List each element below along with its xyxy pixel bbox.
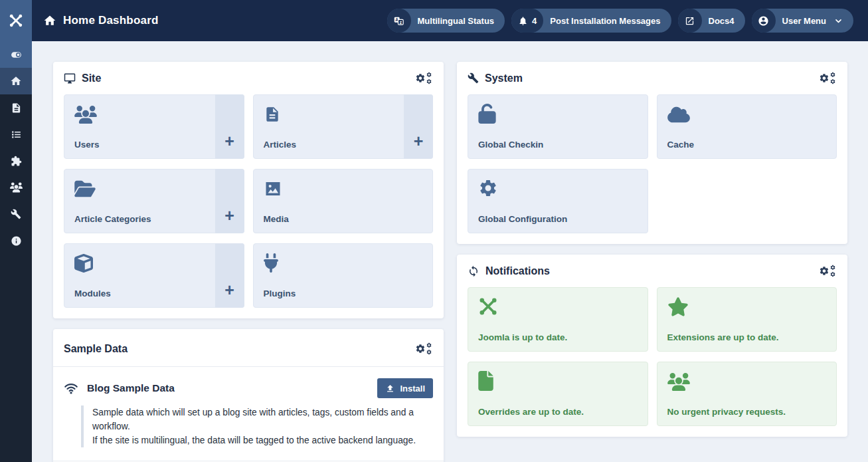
file-icon bbox=[478, 371, 638, 391]
notification-card-privacy[interactable]: No urgent privacy requests. bbox=[657, 362, 837, 426]
sample-data-panel: Sample Data Blog Sample Data Install Sam… bbox=[53, 329, 444, 462]
article-icon bbox=[11, 102, 22, 114]
sidebar-item-users[interactable] bbox=[0, 174, 32, 201]
toggle-icon bbox=[10, 49, 23, 61]
add-module-button[interactable]: + bbox=[215, 243, 244, 308]
sidebar-item-home[interactable] bbox=[0, 68, 32, 94]
users-icon bbox=[10, 182, 23, 193]
image-icon bbox=[264, 178, 423, 198]
header-bar: Home Dashboard Multilingual Status 4 Pos… bbox=[0, 0, 868, 41]
joomla-icon bbox=[478, 296, 638, 316]
add-category-button[interactable]: + bbox=[215, 169, 244, 233]
quick-card-users[interactable]: Users + bbox=[64, 94, 244, 159]
quick-card-global-checkin[interactable]: Global Checkin bbox=[468, 94, 648, 159]
sidebar-item-system[interactable] bbox=[0, 201, 32, 227]
quick-card-article-categories[interactable]: Article Categories + bbox=[64, 169, 244, 233]
blog-sample-data-title: Blog Sample Data bbox=[87, 382, 175, 394]
joomla-logo[interactable] bbox=[0, 0, 32, 41]
wrench-icon bbox=[11, 209, 21, 219]
system-settings-button[interactable] bbox=[819, 72, 837, 84]
sidebar bbox=[0, 41, 32, 462]
puzzle-icon bbox=[11, 156, 22, 167]
post-installation-messages-button[interactable]: 4 Post Installation Messages bbox=[511, 9, 671, 33]
quick-card-modules[interactable]: Modules + bbox=[64, 243, 244, 308]
sidebar-item-content[interactable] bbox=[0, 94, 32, 121]
upload-icon bbox=[385, 384, 395, 394]
users-icon bbox=[74, 104, 234, 124]
panel-title: Notifications bbox=[485, 265, 550, 277]
desktop-icon bbox=[64, 72, 76, 84]
install-button[interactable]: Install bbox=[377, 378, 433, 398]
left-column: Site Users + Articles + Article Categori… bbox=[53, 62, 444, 462]
sidebar-item-help[interactable] bbox=[0, 227, 32, 254]
main-content: Site Users + Articles + Article Categori… bbox=[32, 41, 868, 462]
system-card-grid: Global Checkin Cache Global Configuratio… bbox=[457, 93, 847, 244]
sample-data-settings-button[interactable] bbox=[415, 342, 433, 355]
sidebar-item-toggle-menu[interactable] bbox=[0, 41, 32, 68]
notification-card-overrides[interactable]: Overrides are up to date. bbox=[468, 362, 648, 426]
quick-card-plugins[interactable]: Plugins bbox=[253, 243, 434, 308]
gear-icon bbox=[478, 178, 638, 198]
quick-card-articles[interactable]: Articles + bbox=[253, 94, 434, 159]
bell-icon bbox=[518, 16, 528, 26]
messages-count-badge: 4 bbox=[532, 16, 537, 26]
breadcrumb: Home Dashboard bbox=[43, 14, 159, 27]
sync-icon bbox=[468, 265, 479, 277]
site-panel: Site Users + Articles + Article Categori… bbox=[53, 62, 444, 318]
sample-data-description: Sample data which will set up a blog sit… bbox=[81, 405, 433, 447]
plug-icon bbox=[264, 253, 423, 273]
blog-sample-data-section: Blog Sample Data Install Sample data whi… bbox=[53, 367, 444, 461]
users-icon bbox=[667, 371, 827, 391]
folder-open-icon bbox=[74, 178, 234, 198]
joomla-icon bbox=[9, 13, 23, 28]
site-panel-header: Site bbox=[53, 62, 444, 93]
info-icon bbox=[11, 235, 22, 247]
notifications-panel: Notifications Joomla is up to date. Exte… bbox=[457, 255, 847, 437]
cogs-icon bbox=[415, 342, 433, 355]
system-panel-header: System bbox=[457, 62, 847, 93]
sidebar-item-menus[interactable] bbox=[0, 121, 32, 148]
notifications-settings-button[interactable] bbox=[819, 265, 837, 277]
quick-card-media[interactable]: Media bbox=[253, 169, 434, 233]
notifications-card-grid: Joomla is up to date. Extensions are up … bbox=[457, 286, 847, 437]
chevron-down-icon bbox=[834, 17, 843, 25]
unlock-icon bbox=[478, 104, 638, 124]
sidebar-item-components[interactable] bbox=[0, 148, 32, 174]
list-icon bbox=[11, 129, 22, 140]
quick-card-global-configuration[interactable]: Global Configuration bbox=[468, 169, 648, 233]
notification-card-extensions[interactable]: Extensions are up to date. bbox=[657, 287, 837, 352]
blog-sample-data-head: Blog Sample Data Install bbox=[64, 378, 433, 398]
quick-card-cache[interactable]: Cache bbox=[657, 94, 837, 159]
sample-data-header: Sample Data bbox=[53, 329, 444, 367]
star-icon bbox=[667, 296, 827, 316]
system-panel: System Global Checkin Cache Global Confi… bbox=[457, 62, 847, 244]
site-card-grid: Users + Articles + Article Categories + … bbox=[53, 93, 444, 318]
multilingual-status-button[interactable]: Multilingual Status bbox=[387, 9, 505, 33]
cogs-icon bbox=[819, 72, 837, 84]
cube-icon bbox=[74, 253, 234, 273]
cogs-icon bbox=[819, 265, 837, 277]
panel-title: System bbox=[485, 72, 523, 84]
user-menu-button[interactable]: User Menu bbox=[752, 9, 853, 33]
notifications-panel-header: Notifications bbox=[457, 255, 847, 286]
wrench-icon bbox=[468, 72, 479, 84]
page-title: Home Dashboard bbox=[63, 14, 159, 27]
add-article-button[interactable]: + bbox=[404, 94, 433, 159]
header-actions: Multilingual Status 4 Post Installation … bbox=[387, 9, 853, 33]
home-icon bbox=[43, 14, 56, 27]
cogs-icon bbox=[415, 72, 433, 84]
panel-title: Site bbox=[82, 72, 101, 84]
right-column: System Global Checkin Cache Global Confi… bbox=[457, 62, 847, 447]
site-settings-button[interactable] bbox=[415, 72, 433, 84]
notification-card-joomla-update[interactable]: Joomla is up to date. bbox=[468, 287, 648, 352]
docs-button[interactable]: Docs4 bbox=[678, 9, 745, 33]
user-circle-icon bbox=[752, 9, 776, 33]
home-icon bbox=[10, 75, 22, 87]
cloud-icon bbox=[667, 104, 827, 124]
external-link-icon bbox=[678, 9, 702, 33]
panel-title: Sample Data bbox=[64, 343, 128, 355]
language-icon bbox=[387, 9, 411, 33]
wifi-icon bbox=[64, 381, 78, 396]
add-user-button[interactable]: + bbox=[215, 94, 244, 159]
article-icon bbox=[264, 104, 423, 124]
